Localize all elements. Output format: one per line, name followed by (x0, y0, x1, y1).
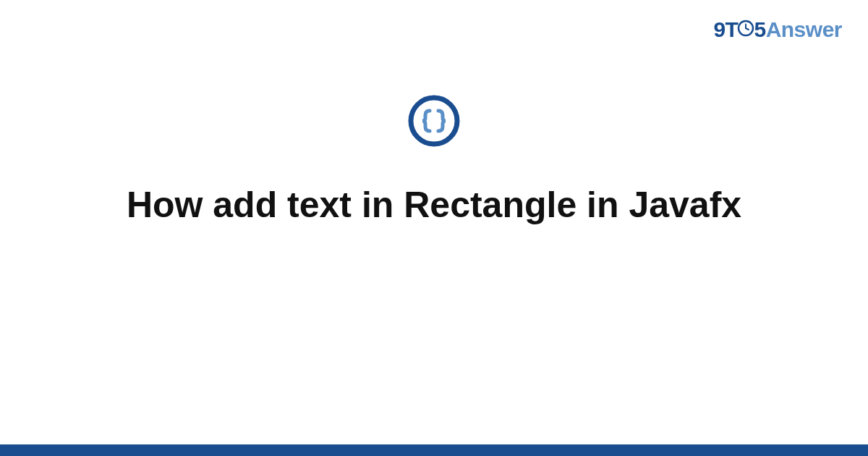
brand-nine: 9 (713, 17, 725, 41)
code-braces-icon (407, 94, 461, 148)
page-title: How add text in Rectangle in Javafx (127, 182, 741, 228)
brand-five: 5 (754, 17, 765, 41)
main-content: How add text in Rectangle in Javafx (0, 94, 868, 228)
footer-bar (0, 444, 868, 456)
clock-icon (737, 17, 754, 42)
svg-point-3 (411, 98, 457, 144)
brand-answer: Answer (766, 17, 842, 41)
svg-line-2 (746, 28, 749, 30)
brand-logo: 9T 5Answer (713, 17, 842, 43)
brand-t: T (726, 17, 739, 41)
